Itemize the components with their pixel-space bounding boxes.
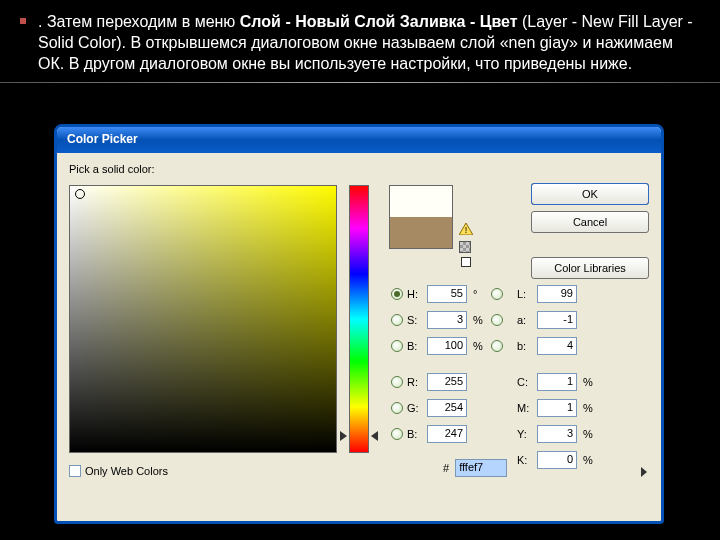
label-c: C: (517, 376, 535, 388)
input-h[interactable]: 55 (427, 285, 467, 303)
bullet-icon (20, 18, 26, 24)
gamut-cube-icon[interactable] (459, 241, 471, 253)
label-h: H: (407, 288, 425, 300)
radio-h[interactable] (391, 288, 403, 300)
label-b-rgb: B: (407, 428, 425, 440)
expand-arrow-icon[interactable] (641, 467, 647, 477)
divider (0, 82, 720, 83)
radio-r[interactable] (391, 376, 403, 388)
input-a[interactable]: -1 (537, 311, 577, 329)
cancel-button[interactable]: Cancel (531, 211, 649, 233)
input-k[interactable]: 0 (537, 451, 577, 469)
radio-g[interactable] (391, 402, 403, 414)
saturation-value-field[interactable] (69, 185, 337, 453)
radio-b-rgb[interactable] (391, 428, 403, 440)
radio-b-lab[interactable] (491, 340, 503, 352)
input-g[interactable]: 254 (427, 399, 467, 417)
input-b-rgb[interactable]: 247 (427, 425, 467, 443)
color-picker-dialog: Color Picker Pick a solid color: ! OK Ca… (54, 124, 664, 524)
input-b-lab[interactable]: 4 (537, 337, 577, 355)
input-c[interactable]: 1 (537, 373, 577, 391)
websafe-swatch-icon[interactable] (461, 257, 471, 267)
hue-arrow-right-icon (371, 431, 378, 441)
label-y: Y: (517, 428, 535, 440)
radio-l[interactable] (491, 288, 503, 300)
label-s: S: (407, 314, 425, 326)
label-l: L: (517, 288, 535, 300)
ok-button[interactable]: OK (531, 183, 649, 205)
label-a: a: (517, 314, 535, 326)
input-m[interactable]: 1 (537, 399, 577, 417)
label-b-hsb: B: (407, 340, 425, 352)
label-r: R: (407, 376, 425, 388)
instruction-text: . Затем переходим в меню Слой - Новый Сл… (0, 0, 720, 82)
web-colors-label: Only Web Colors (85, 465, 168, 477)
hex-label: # (443, 462, 449, 474)
radio-b-hsb[interactable] (391, 340, 403, 352)
input-r[interactable]: 255 (427, 373, 467, 391)
label-b-lab: b: (517, 340, 535, 352)
input-s[interactable]: 3 (427, 311, 467, 329)
web-colors-checkbox[interactable] (69, 465, 81, 477)
input-b-hsb[interactable]: 100 (427, 337, 467, 355)
radio-a[interactable] (491, 314, 503, 326)
label-m: M: (517, 402, 535, 414)
label-g: G: (407, 402, 425, 414)
input-hex[interactable]: fffef7 (455, 459, 507, 477)
input-l[interactable]: 99 (537, 285, 577, 303)
label-k: K: (517, 454, 535, 466)
pick-color-label: Pick a solid color: (69, 163, 651, 175)
color-preview-new (390, 186, 452, 217)
gamut-warning-icon[interactable]: ! (459, 223, 473, 235)
color-preview-old (390, 217, 452, 248)
sv-marker-icon (75, 189, 85, 199)
input-y[interactable]: 3 (537, 425, 577, 443)
hue-arrow-left-icon (340, 431, 347, 441)
hue-slider[interactable] (349, 185, 369, 453)
dialog-title: Color Picker (57, 127, 661, 153)
color-libraries-button[interactable]: Color Libraries (531, 257, 649, 279)
radio-s[interactable] (391, 314, 403, 326)
color-preview (389, 185, 453, 249)
svg-text:!: ! (465, 225, 468, 235)
